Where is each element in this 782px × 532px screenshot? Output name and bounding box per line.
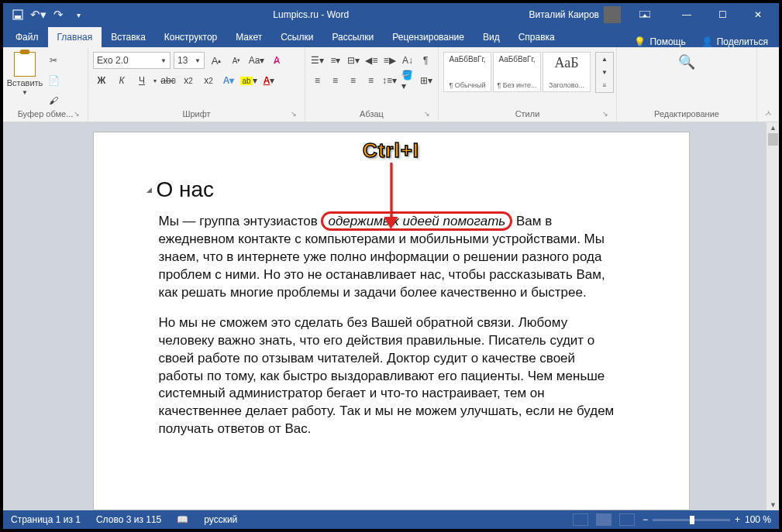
titlebar: ↶▾ ↷ ▾ Lumpics.ru - Word Виталий Каиров … [3, 3, 779, 26]
word-count[interactable]: Слово 3 из 115 [96, 514, 161, 525]
zoom-slider[interactable] [653, 519, 730, 521]
styles-scroll-up[interactable]: ▲ [596, 53, 613, 66]
style-heading[interactable]: АаБЗаголово... [543, 52, 591, 92]
shrink-font-button[interactable]: A▾ [228, 52, 245, 69]
highlight-button[interactable]: ab▾ [240, 72, 257, 89]
spellcheck-icon[interactable]: 📖 [177, 514, 188, 525]
close-button[interactable]: ✕ [740, 3, 776, 26]
align-right-button[interactable]: ≡ [346, 72, 360, 89]
statusbar: Страница 1 из 1 Слово 3 из 115 📖 русский… [3, 510, 779, 529]
page[interactable]: Ctrl+I О нас Мы — группа энтузиастов оде… [93, 132, 690, 510]
style-no-spacing[interactable]: АаБбВвГг,¶ Без инте... [493, 52, 541, 92]
redo-icon[interactable]: ↷ [53, 9, 64, 20]
annotation-label: Ctrl+I [363, 139, 419, 163]
scroll-up-arrow[interactable]: ▲ [766, 122, 779, 133]
clipboard-launcher[interactable]: ↘ [74, 110, 80, 118]
share-button[interactable]: 👤Поделиться [701, 36, 768, 47]
language-indicator[interactable]: русский [204, 514, 237, 525]
qat-more-icon[interactable]: ▾ [73, 9, 84, 20]
window-title: Lumpics.ru - Word [93, 9, 529, 20]
subscript-button[interactable]: x2 [180, 72, 197, 89]
read-mode-button[interactable] [573, 513, 588, 526]
font-launcher[interactable]: ↘ [291, 110, 297, 118]
group-styles-label: Стили [515, 109, 540, 118]
ribbon-tabs: Файл Главная Вставка Конструктор Макет С… [3, 26, 779, 47]
scroll-thumb[interactable] [768, 133, 778, 146]
copy-button[interactable]: 📄 [45, 72, 62, 89]
group-paragraph-label: Абзац [360, 109, 384, 118]
doc-paragraph-2[interactable]: Но мы не сможем это сделать без Вашей об… [159, 314, 624, 439]
ribbon-options-button[interactable] [627, 3, 663, 26]
font-name-combo[interactable]: Exo 2.0▼ [93, 52, 171, 69]
tab-home[interactable]: Главная [48, 27, 102, 47]
zoom-out-button[interactable]: − [642, 514, 648, 525]
paragraph-launcher[interactable]: ↘ [424, 110, 430, 118]
document-area: Ctrl+I О нас Мы — группа энтузиастов оде… [3, 122, 779, 510]
styles-more[interactable]: ≡ [596, 79, 613, 92]
bold-button[interactable]: Ж [93, 72, 110, 89]
strikethrough-button[interactable]: abc [160, 72, 177, 89]
tab-help[interactable]: Справка [509, 27, 564, 47]
show-marks-button[interactable]: ¶ [419, 52, 433, 69]
scroll-down-arrow[interactable]: ▼ [766, 499, 779, 510]
user-name: Виталий Каиров [529, 9, 599, 20]
group-font-label: Шрифт [182, 109, 210, 118]
svg-rect-1 [15, 15, 21, 19]
underline-button[interactable]: Ч [133, 72, 150, 89]
styles-scroll-down[interactable]: ▼ [596, 66, 613, 79]
zoom-in-button[interactable]: + [735, 514, 740, 525]
grow-font-button[interactable]: A▴ [208, 52, 225, 69]
tab-design[interactable]: Конструктор [155, 27, 226, 47]
collapse-ribbon-button[interactable]: ㅅ [757, 47, 779, 122]
change-case-button[interactable]: Aa▾ [248, 52, 265, 69]
user-account[interactable]: Виталий Каиров [529, 6, 621, 23]
share-icon: 👤 [701, 36, 713, 47]
tab-layout[interactable]: Макет [226, 27, 271, 47]
numbering-button[interactable]: ≡▾ [328, 52, 343, 69]
tab-insert[interactable]: Вставка [102, 27, 155, 47]
bullets-button[interactable]: ☰▾ [310, 52, 325, 69]
styles-launcher[interactable]: ↘ [602, 110, 608, 118]
decrease-indent-button[interactable]: ◀≡ [364, 52, 379, 69]
minimize-button[interactable]: — [669, 3, 704, 26]
shading-button[interactable]: 🪣▾ [401, 72, 415, 89]
vertical-scrollbar[interactable]: ▲ ▼ [766, 122, 779, 510]
borders-button[interactable]: ⊞▾ [419, 72, 433, 89]
paste-button[interactable]: Вставить ▼ [8, 49, 42, 96]
cut-button[interactable]: ✂ [45, 52, 62, 69]
format-painter-button[interactable]: 🖌 [45, 92, 62, 109]
font-color-button[interactable]: A▾ [260, 72, 277, 89]
align-left-button[interactable]: ≡ [310, 72, 325, 89]
clear-formatting-button[interactable]: A̷ [268, 52, 285, 69]
save-icon[interactable] [12, 9, 23, 20]
find-icon[interactable]: 🔍 [678, 53, 695, 70]
ribbon: Вставить ▼ ✂ 📄 🖌 Буфер обме...↘ Exo 2.0▼… [3, 47, 779, 122]
maximize-button[interactable]: ☐ [704, 3, 740, 26]
superscript-button[interactable]: x2 [200, 72, 217, 89]
justify-button[interactable]: ≡ [363, 72, 378, 89]
tellme-button[interactable]: 💡Помощь [634, 36, 685, 47]
text-effects-button[interactable]: A▾ [220, 72, 237, 89]
zoom-level[interactable]: 100 % [745, 514, 771, 525]
group-editing-label: Редактирование [654, 109, 719, 118]
multilevel-button[interactable]: ⊟▾ [346, 52, 361, 69]
increase-indent-button[interactable]: ≡▶ [382, 52, 397, 69]
tab-view[interactable]: Вид [474, 27, 509, 47]
style-normal[interactable]: АаБбВвГг,¶ Обычный [443, 52, 491, 92]
line-spacing-button[interactable]: ↕≡▾ [381, 72, 398, 89]
group-clipboard-label: Буфер обме... [18, 109, 74, 118]
tab-references[interactable]: Ссылки [271, 27, 322, 47]
align-center-button[interactable]: ≡ [328, 72, 343, 89]
tab-file[interactable]: Файл [6, 27, 48, 47]
page-indicator[interactable]: Страница 1 из 1 [11, 514, 81, 525]
lightbulb-icon: 💡 [634, 36, 646, 47]
annotation-overlay: Ctrl+I [363, 139, 419, 229]
italic-button[interactable]: К [113, 72, 130, 89]
font-size-combo[interactable]: 13▼ [174, 52, 205, 69]
tab-review[interactable]: Рецензирование [383, 27, 474, 47]
web-layout-button[interactable] [619, 513, 635, 526]
tab-mailings[interactable]: Рассылки [322, 27, 383, 47]
print-layout-button[interactable] [596, 513, 611, 526]
sort-button[interactable]: A↓ [400, 52, 415, 69]
undo-icon[interactable]: ↶▾ [33, 9, 43, 20]
